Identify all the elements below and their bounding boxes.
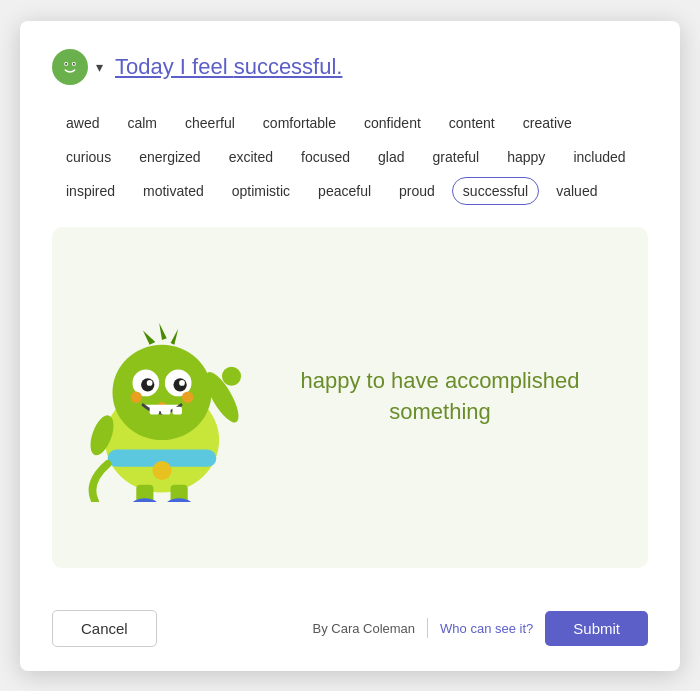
feeling-tag-energized[interactable]: energized xyxy=(128,143,212,171)
feeling-tag-motivated[interactable]: motivated xyxy=(132,177,215,205)
feeling-tag-optimistic[interactable]: optimistic xyxy=(221,177,301,205)
feeling-tag-grateful[interactable]: grateful xyxy=(422,143,491,171)
header-title: Today I feel successful. xyxy=(115,54,342,80)
illustration-text: happy to have accomplished something xyxy=(262,366,618,428)
submit-button[interactable]: Submit xyxy=(545,611,648,646)
svg-point-4 xyxy=(73,62,75,64)
svg-marker-13 xyxy=(143,331,155,345)
feeling-tag-happy[interactable]: happy xyxy=(496,143,556,171)
monster-illustration xyxy=(62,292,262,502)
feeling-tag-excited[interactable]: excited xyxy=(218,143,284,171)
feeling-tag-creative[interactable]: creative xyxy=(512,109,583,137)
svg-point-25 xyxy=(222,367,241,386)
chevron-down-icon[interactable]: ▾ xyxy=(96,59,103,75)
feeling-tag-calm[interactable]: calm xyxy=(116,109,168,137)
illustration-box: happy to have accomplished something xyxy=(52,227,648,568)
svg-point-12 xyxy=(179,380,185,386)
footer-meta: By Cara Coleman Who can see it? xyxy=(312,618,533,638)
feelings-grid: awedcalmcheerfulcomfortableconfidentcont… xyxy=(52,107,648,207)
feeling-tag-inspired[interactable]: inspired xyxy=(55,177,126,205)
footer-row: Cancel By Cara Coleman Who can see it? S… xyxy=(52,610,648,647)
svg-rect-21 xyxy=(172,407,182,415)
avatar xyxy=(52,49,88,85)
svg-marker-14 xyxy=(159,323,167,340)
selected-feeling-text: successful. xyxy=(234,54,343,79)
svg-rect-19 xyxy=(150,407,160,415)
by-author: By Cara Coleman xyxy=(312,621,415,636)
left-footer-buttons: Cancel xyxy=(52,610,157,647)
svg-point-11 xyxy=(147,380,153,386)
feeling-tag-curious[interactable]: curious xyxy=(55,143,122,171)
svg-rect-20 xyxy=(161,407,171,415)
feeling-tag-peaceful[interactable]: peaceful xyxy=(307,177,382,205)
feeling-tag-valued[interactable]: valued xyxy=(545,177,608,205)
feeling-tag-cheerful[interactable]: cheerful xyxy=(174,109,246,137)
feeling-tag-proud[interactable]: proud xyxy=(388,177,446,205)
svg-point-29 xyxy=(132,498,159,502)
feeling-tag-successful[interactable]: successful xyxy=(452,177,539,205)
feeling-tag-included[interactable]: included xyxy=(562,143,636,171)
svg-point-6 xyxy=(112,345,211,440)
feeling-tag-awed[interactable]: awed xyxy=(55,109,110,137)
svg-point-16 xyxy=(131,392,142,403)
svg-marker-15 xyxy=(171,329,179,345)
feeling-tag-comfortable[interactable]: comfortable xyxy=(252,109,347,137)
svg-point-23 xyxy=(152,461,171,480)
svg-point-3 xyxy=(65,62,67,64)
modal-container: ▾ Today I feel successful. awedcalmcheer… xyxy=(20,21,680,671)
feeling-tag-glad[interactable]: glad xyxy=(367,143,415,171)
feeling-tag-focused[interactable]: focused xyxy=(290,143,361,171)
feeling-tag-content[interactable]: content xyxy=(438,109,506,137)
footer-divider xyxy=(427,618,428,638)
cancel-button[interactable]: Cancel xyxy=(52,610,157,647)
feeling-tag-confident[interactable]: confident xyxy=(353,109,432,137)
svg-point-30 xyxy=(166,498,193,502)
svg-point-17 xyxy=(182,392,193,403)
svg-point-0 xyxy=(56,53,84,81)
who-can-see-link[interactable]: Who can see it? xyxy=(440,621,533,636)
modal-header: ▾ Today I feel successful. xyxy=(52,49,648,85)
